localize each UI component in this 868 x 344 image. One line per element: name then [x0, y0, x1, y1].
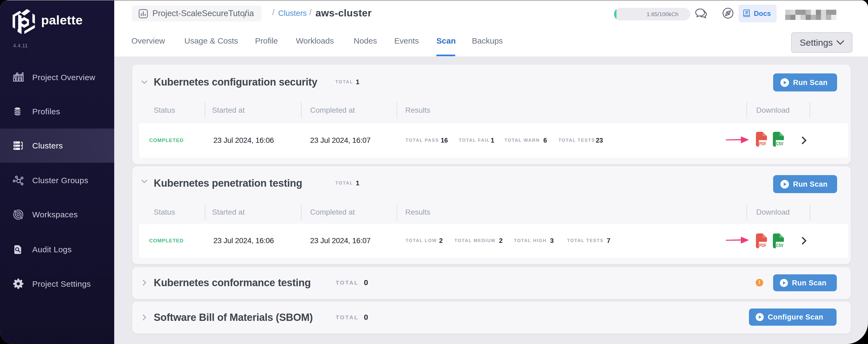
svg-text:CSV: CSV	[776, 243, 783, 248]
svg-text:PDF: PDF	[759, 243, 767, 248]
svg-text:PDF: PDF	[759, 141, 767, 146]
svg-text:CSV: CSV	[776, 141, 783, 146]
